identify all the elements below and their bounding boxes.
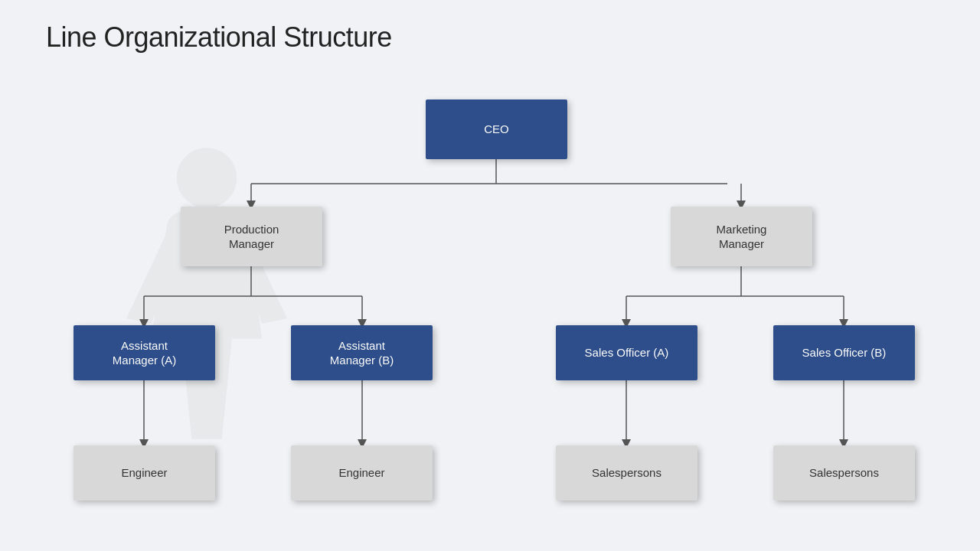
engineer-a-node: Engineer [74,445,215,500]
sales-officer-a-node: Sales Officer (A) [556,325,697,380]
page-title: Line Organizational Structure [46,21,392,54]
production-manager-node: Production Manager [181,207,322,266]
salespersons-b-node: Salespersons [773,445,915,500]
sales-officer-b-node: Sales Officer (B) [773,325,915,380]
ceo-node: CEO [426,99,567,159]
marketing-manager-node: Marketing Manager [671,207,812,266]
assistant-manager-a-node: Assistant Manager (A) [74,325,215,380]
salespersons-a-node: Salespersons [556,445,697,500]
assistant-manager-b-node: Assistant Manager (B) [291,325,433,380]
org-chart: CEO Production Manager Marketing Manager… [0,73,980,551]
engineer-b-node: Engineer [291,445,433,500]
